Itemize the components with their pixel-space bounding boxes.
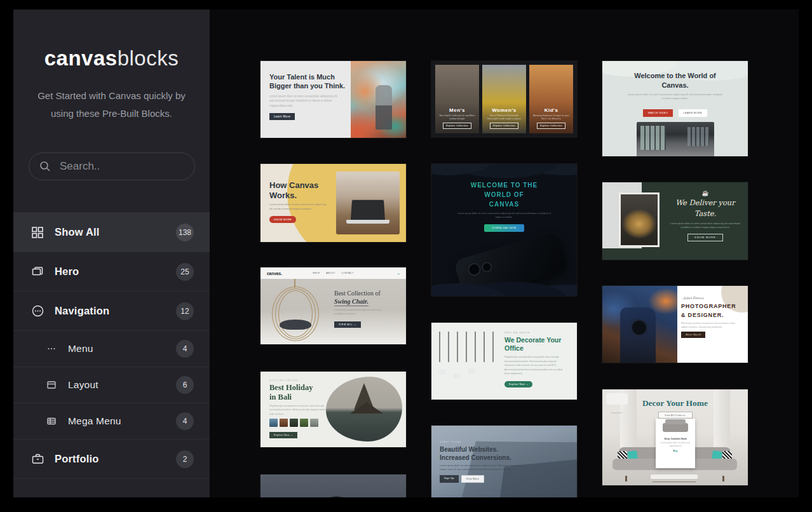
- ellipsis-icon: [46, 344, 57, 354]
- taste-title: We Deliver your Taste.: [668, 198, 742, 220]
- block-card-decorate-office[interactable]: WHO WE SERVE We Decorate Your Office Rap…: [431, 323, 577, 400]
- office-interior-photo: [637, 122, 714, 156]
- mini-nav-link: CONTACT: [341, 272, 354, 274]
- explore-collection-button: Explore Collection: [490, 123, 518, 129]
- explore-collection-button: Explore Collection: [443, 123, 471, 129]
- search-box[interactable]: [29, 152, 195, 180]
- block-card-app-download[interactable]: WELCOME TO THE WORLD OF CANVAS Lorem ips…: [431, 164, 577, 296]
- view-all-button: VIEW ALL →: [334, 321, 361, 328]
- count-badge: 4: [176, 412, 194, 430]
- swing-text: Best Collection of Swing Chair. Continua…: [334, 289, 399, 328]
- block-card-talent-hero[interactable]: Your Talent is Much Bigger than you Thin…: [261, 61, 406, 138]
- block-card-welcome-canvas[interactable]: Welcome to the World of Canvas. Lorem ip…: [602, 61, 748, 156]
- block-card-shop-collections[interactable]: Men's New Stylish Collection for any Men…: [431, 61, 577, 137]
- thumbnail: [290, 419, 298, 427]
- explore-now-button: Explore Now →: [269, 432, 297, 438]
- photographer-body: Efficiently transform transparent source…: [681, 321, 736, 329]
- swing-title: Best Collection of Swing Chair.: [334, 289, 399, 306]
- table-rows-icon: [46, 416, 57, 426]
- phone-camera: [480, 261, 493, 274]
- phone-body: Lorem ipsum dolor sit amet consectetur a…: [457, 212, 552, 220]
- social-dots: · · ·: [708, 333, 723, 337]
- sidebar-item-navigation[interactable]: Navigation 12: [13, 291, 210, 330]
- bali-title-line: in Bali: [269, 393, 333, 402]
- block-card-photographer[interactable]: - Juliet Fresco PHOTOGRAPHER & DESIGNER.…: [602, 286, 748, 363]
- how-title: How Canvas Works.: [269, 180, 330, 200]
- iphone-photo: [453, 231, 568, 296]
- office-photo: [431, 323, 497, 400]
- taste-body: Lorem ipsum dolor sit amet consectetur a…: [668, 222, 742, 230]
- block-card-swing-chair[interactable]: canvas. SHOP ABOUT CONTACT ⌁ Best Collec…: [261, 267, 406, 344]
- temple-silhouette: [350, 402, 383, 414]
- about-myself-button: About Myself: [681, 332, 705, 338]
- office-eyebrow-label: WHO WE SERVE: [504, 332, 571, 334]
- sidebar-item-mega-menu[interactable]: Mega Menu 4: [13, 403, 210, 439]
- mountains-eyebrow-label: START TODAY: [440, 441, 522, 443]
- sidebar-item-hero[interactable]: Hero 25: [13, 252, 210, 291]
- sidebar-item-label: Portfolio: [55, 453, 99, 465]
- photographer-title: PHOTOGRAPHER & DESIGNER.: [681, 302, 743, 320]
- sidebar-menu: Show All 138 Hero 25 Navigation 12 Menu …: [13, 212, 210, 495]
- sofa-leg: [722, 476, 724, 482]
- coffee-cup-icon: ☕: [668, 190, 742, 196]
- swing-title-line: Best Collection of: [334, 290, 381, 297]
- panel-title: Women's: [492, 107, 517, 113]
- welcome-title: Welcome to the World of Canvas.: [634, 71, 717, 90]
- block-card-decor-home[interactable]: Decor Your Home View All Products Grey C…: [602, 389, 748, 485]
- view-more-button: View More: [461, 475, 485, 483]
- talent-title: Your Talent is Much Bigger than you Thin…: [269, 72, 346, 91]
- logo-light: blocks: [118, 46, 179, 70]
- sidebar-item-show-all[interactable]: Show All 138: [13, 212, 210, 252]
- taste-title-line: We Deliver your: [668, 198, 742, 208]
- panel-caption: Tons of Womens Fashionable Streetstyle t…: [484, 114, 524, 121]
- product-buy-link: Buy: [656, 450, 695, 452]
- app-logo: canvasblocks: [13, 46, 210, 71]
- product-card: Grey Comfort Sofa Lorem ipsum dolor sit …: [656, 419, 695, 468]
- search-icon: [39, 161, 51, 172]
- welcome-body: Lorem ipsum dolor sit amet consectetur a…: [628, 93, 723, 102]
- talent-text: Your Talent is Much Bigger than you Thin…: [261, 61, 351, 138]
- phone-title-line: CANVAS: [431, 199, 577, 209]
- bali-thumbnails: [269, 419, 333, 427]
- block-card-storm-partial[interactable]: [261, 475, 406, 497]
- block-card-beautiful-websites[interactable]: START TODAY Beautiful Websites. Increase…: [431, 426, 577, 497]
- thumbnail: [310, 419, 318, 427]
- sidebar-item-menu[interactable]: Menu 4: [13, 330, 210, 367]
- sidebar-item-partial[interactable]: [13, 478, 210, 495]
- count-badge: 6: [176, 376, 194, 394]
- camera-lens: [630, 319, 648, 337]
- sidebar-tagline: Get Started with Canvas quickly by using…: [36, 87, 187, 123]
- how-text: How Canvas Works. Lorem ipsum dolor sit …: [269, 180, 330, 223]
- sidebar-item-portfolio[interactable]: Portfolio 2: [13, 439, 210, 478]
- explore-collection-button: Explore Collection: [537, 123, 565, 129]
- office-text: WHO WE SERVE We Decorate Your Office Rap…: [497, 323, 577, 400]
- panel-title: Kid's: [545, 107, 558, 113]
- app-window: canvasblocks Get Started with Canvas qui…: [13, 10, 799, 497]
- sidebar-item-label: Mega Menu: [68, 415, 121, 427]
- learn-more-button: LEARN MORE: [679, 109, 707, 117]
- swing-body: Continually empowering edge innovation v…: [334, 308, 385, 316]
- office-body: Rapidiously conceptualize integrated val…: [504, 355, 565, 375]
- count-badge: 2: [176, 450, 194, 468]
- block-card-how-canvas-works[interactable]: How Canvas Works. Lorem ipsum dolor sit …: [261, 164, 406, 242]
- sign-up-button: Sign Up: [440, 475, 459, 483]
- collection-panel-kids: Kid's Amazing Stylewear Designs for your…: [529, 65, 573, 133]
- chair-figure: [453, 374, 459, 379]
- search-input[interactable]: [58, 159, 175, 173]
- sidebar-item-layout[interactable]: Layout 6: [13, 367, 210, 403]
- view-all-products-button: View All Products: [658, 412, 693, 419]
- stacked-frames-icon: [30, 265, 44, 279]
- phone-title-line: WORLD OF: [431, 190, 577, 199]
- mini-navbar: canvas. SHOP ABOUT CONTACT ⌁: [261, 267, 406, 279]
- know-more-button: KNOW MORE: [269, 216, 296, 223]
- talent-learn-more-button: Learn More: [269, 113, 295, 120]
- collection-panel-men: Men's New Stylish Collection for any Men…: [435, 65, 479, 133]
- block-card-bali-holiday[interactable]: EXPLORE NATURE Best Holiday in Bali Rapi…: [261, 372, 406, 447]
- mountains-text: START TODAY Beautiful Websites. Increase…: [440, 441, 522, 483]
- mini-logo: canvas.: [267, 271, 305, 276]
- bali-title: Best Holiday in Bali: [269, 383, 333, 402]
- circle-dots-icon: [30, 304, 44, 318]
- how-body: Lorem ipsum dolor sit amet consectetur a…: [269, 203, 330, 212]
- mountains-title: Beautiful Websites. Increased Conversion…: [440, 445, 522, 462]
- block-card-food-delivery[interactable]: ☕ We Deliver your Taste. Lorem ipsum dol…: [602, 182, 748, 260]
